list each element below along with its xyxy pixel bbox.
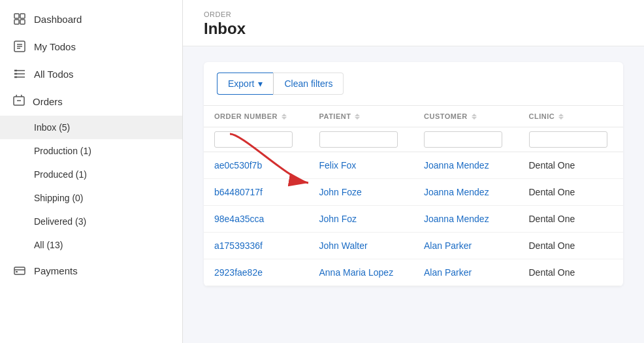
orders-icon [13, 95, 25, 108]
payments-icon [13, 264, 26, 277]
sidebar: Dashboard My Todos All Todos [0, 0, 183, 343]
clean-filters-button[interactable]: Clean filters [273, 73, 344, 95]
sidebar-item-inbox-label: Inbox (5) [34, 122, 70, 133]
table-row: a17539336fJohn WalterAlan ParkerDental O… [204, 233, 623, 259]
sidebar-item-produced-label: Produced (1) [34, 169, 87, 180]
chevron-down-icon: ▾ [258, 78, 263, 89]
svg-rect-0 [14, 14, 19, 18]
cell-patient: Felix Fox [309, 152, 414, 179]
filter-patient-input[interactable] [319, 131, 398, 148]
cell-customer: Alan Parker [413, 259, 519, 286]
patient-link[interactable]: Felix Fox [319, 160, 357, 171]
export-label: Export [228, 78, 254, 89]
sidebar-item-shipping[interactable]: Shipping (0) [0, 186, 182, 210]
customer-link[interactable]: Alan Parker [424, 240, 472, 251]
table-row: 98e4a35ccaJohn FozJoanna MendezDental On… [204, 206, 623, 233]
filter-order-number-input[interactable] [214, 131, 293, 148]
sidebar-item-my-todos[interactable]: My Todos [0, 33, 182, 60]
cell-clinic: Dental One [519, 179, 624, 206]
table-row: b64480717fJohn FozeJoanna MendezDental O… [204, 179, 623, 206]
table-filter-row [204, 127, 623, 152]
page-title: Inbox [204, 20, 623, 38]
sidebar-item-dashboard[interactable]: Dashboard [0, 5, 182, 33]
dashboard-icon [13, 12, 26, 25]
sidebar-item-orders[interactable]: Orders [0, 88, 182, 116]
svg-rect-2 [14, 20, 19, 24]
svg-rect-1 [20, 14, 25, 18]
cell-customer: Alan Parker [413, 233, 519, 259]
sidebar-item-all-todos[interactable]: All Todos [0, 60, 182, 88]
svg-rect-18 [16, 271, 18, 272]
order-number-link[interactable]: 2923fae82e [214, 267, 263, 278]
cell-clinic: Dental One [519, 259, 624, 286]
clean-filters-label: Clean filters [284, 78, 332, 89]
sidebar-item-inbox[interactable]: Inbox (5) [0, 116, 182, 139]
sidebar-item-my-todos-label: My Todos [34, 41, 169, 52]
svg-rect-16 [14, 267, 25, 274]
cell-customer: Joanna Mendez [413, 179, 519, 206]
all-todos-icon [13, 67, 26, 80]
cell-order-number: a17539336f [204, 233, 309, 259]
cell-patient: John Foz [309, 206, 414, 233]
order-number-link[interactable]: ae0c530f7b [214, 160, 262, 171]
sidebar-orders-submenu: Inbox (5) Production (1) Produced (1) Sh… [0, 116, 182, 257]
sidebar-item-all[interactable]: All (13) [0, 233, 182, 257]
page-header: ORDER Inbox [183, 0, 644, 46]
order-number-link[interactable]: b64480717f [214, 187, 263, 197]
filter-customer [413, 127, 519, 152]
patient-link[interactable]: John Walter [319, 240, 368, 251]
sidebar-item-all-todos-label: All Todos [34, 69, 169, 80]
sort-icon-order[interactable] [282, 114, 287, 120]
sidebar-item-all-label: All (13) [34, 240, 63, 250]
sort-icon-clinic[interactable] [558, 114, 564, 120]
cell-customer: Joanna Mendez [413, 152, 519, 179]
filter-clinic-input[interactable] [529, 131, 607, 148]
export-button[interactable]: Export ▾ [217, 73, 273, 95]
sidebar-item-shipping-label: Shipping (0) [34, 193, 84, 203]
table-header-row: ORDER NUMBER PATIENT [204, 106, 623, 127]
sidebar-item-delivered[interactable]: Delivered (3) [0, 210, 182, 233]
sort-icon-customer[interactable] [472, 114, 477, 120]
toolbar: Export ▾ Clean filters [204, 62, 623, 106]
filter-clinic [519, 127, 624, 152]
customer-link[interactable]: Joanna Mendez [424, 187, 489, 197]
cell-patient: John Walter [309, 233, 414, 259]
sidebar-item-delivered-label: Delivered (3) [34, 216, 86, 227]
cell-clinic: Dental One [519, 152, 624, 179]
sidebar-item-dashboard-label: Dashboard [34, 14, 169, 25]
orders-table-container: Export ▾ Clean filters ORDER NUMBER [204, 62, 623, 286]
table-row: ae0c530f7bFelix FoxJoanna MendezDental O… [204, 152, 623, 179]
patient-link[interactable]: Anna Maria Lopez [319, 267, 394, 278]
content-area: Export ▾ Clean filters ORDER NUMBER [183, 46, 644, 343]
sidebar-orders-label: Orders [33, 96, 169, 107]
order-number-link[interactable]: a17539336f [214, 240, 263, 251]
filter-order-number [204, 127, 309, 152]
col-customer: CUSTOMER [413, 106, 519, 127]
col-clinic: CLINIC [519, 106, 624, 127]
customer-link[interactable]: Alan Parker [424, 267, 472, 278]
col-patient: PATIENT [309, 106, 414, 127]
cell-order-number: ae0c530f7b [204, 152, 309, 179]
col-order-number: ORDER NUMBER [204, 106, 309, 127]
sidebar-item-production-label: Production (1) [34, 146, 91, 156]
customer-link[interactable]: Joanna Mendez [424, 214, 489, 224]
cell-patient: Anna Maria Lopez [309, 259, 414, 286]
sort-icon-patient[interactable] [355, 114, 360, 120]
sidebar-item-production[interactable]: Production (1) [0, 139, 182, 163]
cell-patient: John Foze [309, 179, 414, 206]
cell-order-number: 98e4a35cca [204, 206, 309, 233]
page-header-label: ORDER [204, 10, 623, 18]
filter-patient [309, 127, 414, 152]
svg-rect-3 [20, 20, 25, 24]
filter-customer-input[interactable] [424, 131, 502, 148]
patient-link[interactable]: John Foz [319, 214, 357, 224]
sidebar-item-payments-label: Payments [34, 265, 169, 276]
sidebar-item-produced[interactable]: Produced (1) [0, 163, 182, 186]
cell-clinic: Dental One [519, 233, 624, 259]
cell-customer: Joanna Mendez [413, 206, 519, 233]
order-number-link[interactable]: 98e4a35cca [214, 214, 264, 224]
my-todos-icon [13, 40, 26, 53]
sidebar-item-payments[interactable]: Payments [0, 257, 182, 284]
customer-link[interactable]: Joanna Mendez [424, 160, 489, 171]
patient-link[interactable]: John Foze [319, 187, 362, 197]
